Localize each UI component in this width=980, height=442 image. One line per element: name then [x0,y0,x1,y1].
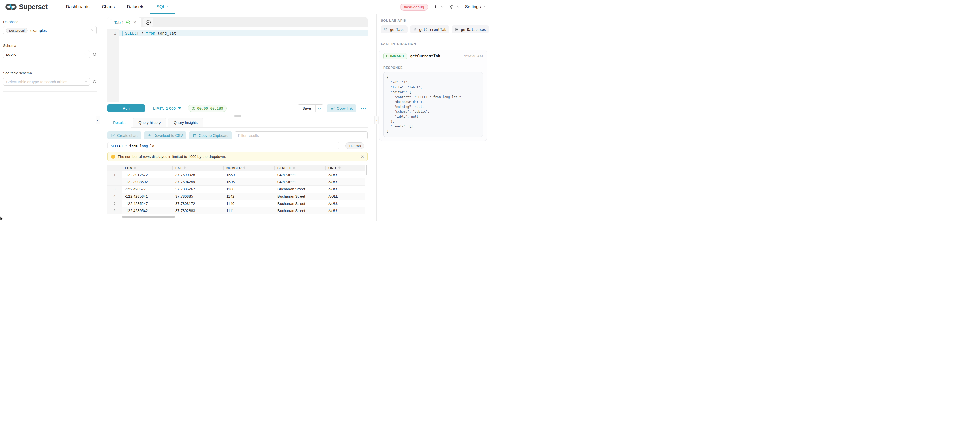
settings-menu[interactable]: Settings [465,4,485,10]
sort-icon[interactable] [243,166,245,169]
command-badge: COMMAND [383,53,407,59]
row-limit-warning: ! The number of rows displayed is limite… [107,152,368,161]
get-current-tab-button[interactable]: getCurrentTab [410,26,450,34]
sort-icon[interactable] [184,166,186,169]
filter-results-input[interactable] [235,131,368,139]
copy-link-button[interactable]: Copy link [327,104,356,112]
table-cell: NULL [325,200,363,207]
table-cell: Buchanan Street [274,193,325,200]
navbar-right: flask-debug + Settings [400,3,485,11]
column-header-lat[interactable]: LAT [172,164,223,171]
database-select[interactable]: postgresql examples [3,26,97,34]
column-header-street[interactable]: STREET [274,164,325,171]
column-header-number[interactable]: NUMBER [223,164,274,171]
close-warning-icon[interactable]: ✕ [361,154,364,159]
tab-query-insights[interactable]: Query Insights [168,118,204,127]
response-json: { "id": "1", "title": "Tab 1", "editor":… [387,75,479,134]
superset-logo[interactable]: Superset [5,3,48,11]
results-actions: Create chart Download to CSV Copy to Cli… [107,131,368,139]
table-cell: 37.7803172 [172,200,223,207]
save-button[interactable]: Save [298,105,315,112]
last-interaction-card: COMMAND getCurrentTab 9:34:48 AM RESPONS… [379,49,487,141]
horizontal-scrollbar-track [107,215,365,218]
theme-toggle-button[interactable] [449,5,460,9]
query-preview: SELECT*fromlong_lat [107,142,339,149]
content: Database postgresql examples Schema publ… [0,14,490,221]
editor-tab-1[interactable]: Tab 1 ✕ [107,18,141,27]
horizontal-scrollbar[interactable] [122,215,175,218]
table-cell: -122.4289542 [122,207,172,214]
pane-splitter[interactable] [107,115,368,118]
table-cell: Buchanan Street [274,200,325,207]
table-cell: Buchanan Street [274,207,325,214]
table-select[interactable]: Select table or type to search tables [3,78,90,86]
chevron-down-icon [84,79,87,82]
table-cell: -122.3908502 [122,179,172,185]
sort-icon[interactable] [134,166,136,169]
response-label: RESPONSE [383,66,483,70]
column-header-lon[interactable]: LON [122,164,172,171]
elapsed-timer-badge: 00:00:00.189 [188,105,227,112]
table-row: 4-122.428534137.7803851142Buchanan Stree… [107,193,365,200]
save-split-button: Save [298,104,323,112]
row-number: 3 [107,185,122,193]
plus-icon: + [434,4,438,10]
editor-gutter [107,29,119,102]
save-options-button[interactable] [315,105,323,112]
get-databases-button[interactable]: getDatabases [452,26,489,34]
get-tabs-button[interactable]: getTabs [381,26,408,34]
check-circle-icon [126,20,130,24]
download-icon [148,134,151,137]
document-icon [413,27,417,32]
splitter-grip-icon[interactable] [234,115,241,118]
more-actions-button[interactable]: ··· [360,106,368,111]
close-tab-icon[interactable]: ✕ [133,20,137,25]
nav-dashboards[interactable]: Dashboards [60,0,96,14]
limit-dropdown[interactable]: LIMIT: 1 000 [153,106,181,110]
table-cell: 1160 [223,185,274,193]
tab-query-history[interactable]: Query history [133,118,166,127]
create-chart-button[interactable]: Create chart [107,131,141,139]
refresh-icon [92,52,97,56]
table-row: 5-122.428524737.78031721140Buchanan Stre… [107,200,365,207]
main-nav: Dashboards Charts Datasets SQL [60,0,176,14]
sql-code-editor[interactable]: 1 SELECT*fromlong_lat [107,29,368,102]
schema-label: Schema [3,44,97,48]
schema-select[interactable]: public [3,50,90,58]
chevron-down-icon [84,52,87,55]
sort-icon[interactable] [293,166,295,169]
nav-datasets[interactable]: Datasets [121,0,150,14]
sort-icon[interactable] [339,166,340,169]
table-header-row: LON LAT NUMBER STREET UNIT [107,164,365,171]
table-cell: Buchanan Street [274,185,325,193]
column-header-unit[interactable]: UNIT [325,164,363,171]
refresh-tables-button[interactable] [92,80,97,84]
results-table: LON LAT NUMBER STREET UNIT 1-122.3912672… [107,164,365,214]
collapse-sidebar-button[interactable]: ‹ [95,116,100,124]
table-cell: -122.4285341 [122,193,172,200]
table-cell: 37.7694259 [172,179,223,185]
nav-charts[interactable]: Charts [95,0,121,14]
table-cell: 37.7802883 [172,207,223,214]
editor-toolbar: Run LIMIT: 1 000 00:00:00.189 Save [107,102,368,115]
download-csv-button[interactable]: Download to CSV [144,131,186,139]
nav-sql[interactable]: SQL [150,0,175,14]
refresh-schemas-button[interactable] [92,52,97,56]
new-item-button[interactable]: + [434,4,443,10]
results-tabs: Results Query history Query Insights [107,118,368,128]
drag-handle-icon[interactable] [110,21,111,22]
chevron-down-icon [91,28,94,31]
vertical-scrollbar[interactable] [366,165,368,175]
refresh-icon [92,80,97,84]
run-button[interactable]: Run [107,104,145,112]
new-tab-button[interactable] [143,18,153,27]
clock-icon [191,106,196,110]
chevron-down-icon [457,5,460,8]
sql-lab-sidebar: Database postgresql examples Schema publ… [0,14,100,221]
table-cell: NULL [325,171,363,178]
table-cell: 1550 [223,171,274,178]
expand-api-panel-button[interactable]: › [374,116,379,124]
copy-to-clipboard-button[interactable]: Copy to Clipboard [189,131,232,139]
tab-results[interactable]: Results [107,118,131,128]
response-code-box: { "id": "1", "title": "Tab 1", "editor":… [383,72,483,137]
